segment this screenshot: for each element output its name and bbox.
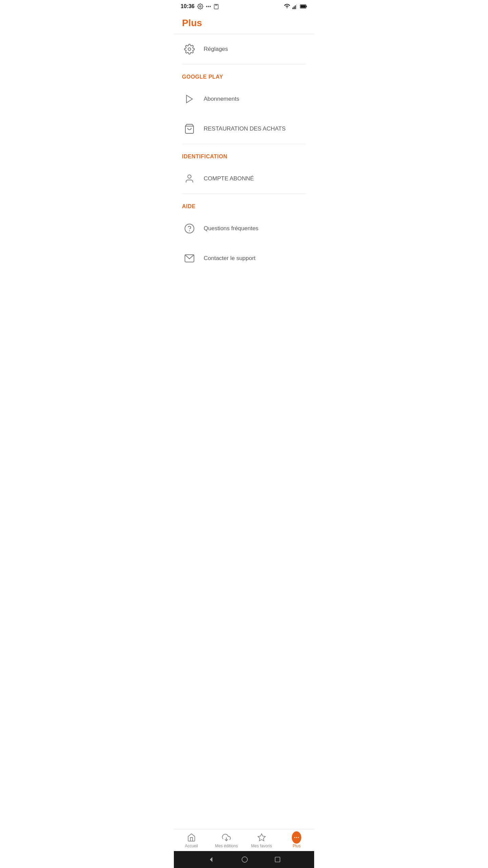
android-recents-button[interactable] [274,856,281,863]
android-back-button[interactable] [207,856,215,863]
sdcard-status-icon [214,3,219,9]
section-title-identification: IDENTIFICATION [182,154,227,159]
svg-point-26 [298,837,299,838]
svg-point-25 [296,837,297,838]
svg-rect-8 [292,7,293,9]
home-icon [187,833,196,842]
svg-point-24 [294,837,296,838]
nav-label-plus: Plus [293,844,301,848]
page-title: Plus [182,18,306,28]
section-header-identification: IDENTIFICATION [174,144,314,164]
menu-item-faq[interactable]: Questions fréquentes [174,214,314,243]
menu-item-reglages[interactable]: Réglages [174,34,314,64]
nav-label-mes-favoris: Mes favoris [251,844,272,848]
status-bar: 10:36 [174,0,314,12]
section-header-google-play: GOOGLE PLAY [174,64,314,84]
restauration-label: RESTAURATION DES ACHATS [204,125,286,132]
svg-rect-11 [296,4,297,9]
section-title-aide: AIDE [182,203,196,209]
gear-icon [182,42,197,57]
wifi-icon [284,4,290,9]
menu-item-restauration[interactable]: RESTAURATION DES ACHATS [174,114,314,144]
status-left: 10:36 [181,3,219,9]
svg-point-2 [208,6,209,7]
settings-status-icon [197,3,203,9]
mail-icon [182,251,197,266]
svg-point-3 [209,6,211,7]
dots-status-icon [205,3,211,9]
svg-rect-29 [275,857,280,862]
plus-active-icon [292,833,301,842]
svg-point-19 [185,224,194,233]
svg-rect-9 [294,6,294,9]
nav-label-accueil: Accueil [185,844,198,848]
svg-marker-16 [186,95,192,103]
android-nav [174,851,314,868]
compte-label: COMPTE ABONNÉ [204,175,254,182]
star-icon [257,833,266,842]
signal-icon [292,4,298,9]
svg-point-1 [206,6,207,7]
status-time: 10:36 [181,3,195,9]
status-right [284,4,307,9]
svg-rect-10 [295,5,296,9]
nav-label-mes-editions: Mes éditions [215,844,238,848]
bottom-nav: Accueil Mes éditions Mes favoris [174,829,314,853]
bag-icon [182,121,197,136]
svg-point-0 [200,6,201,7]
menu-item-compte[interactable]: COMPTE ABONNÉ [174,164,314,194]
svg-point-18 [188,175,191,178]
nav-item-mes-editions[interactable]: Mes éditions [209,833,244,848]
faq-label: Questions fréquentes [204,225,259,232]
help-icon [182,221,197,236]
cloud-download-icon [222,833,231,842]
section-title-google-play: GOOGLE PLAY [182,74,223,80]
svg-rect-13 [306,6,307,7]
status-icons [197,3,219,9]
nav-item-plus[interactable]: Plus [279,833,314,848]
battery-icon [300,4,307,9]
menu-item-abonnements[interactable]: Abonnements [174,84,314,114]
svg-marker-23 [258,834,265,841]
user-icon [182,171,197,186]
play-icon [182,92,197,106]
svg-rect-14 [301,5,306,8]
nav-item-accueil[interactable]: Accueil [174,833,209,848]
menu-item-support[interactable]: Contacter le support [174,243,314,273]
android-home-button[interactable] [242,856,248,863]
svg-marker-27 [210,857,212,862]
main-content: Réglages GOOGLE PLAY Abonnements RESTAUR… [174,34,314,868]
svg-point-15 [188,48,191,51]
support-label: Contacter le support [204,255,256,262]
page-header: Plus [174,12,314,34]
section-header-aide: AIDE [174,194,314,214]
nav-item-mes-favoris[interactable]: Mes favoris [244,833,279,848]
reglages-label: Réglages [204,46,228,53]
abonnements-label: Abonnements [204,96,239,102]
svg-point-28 [242,857,247,862]
